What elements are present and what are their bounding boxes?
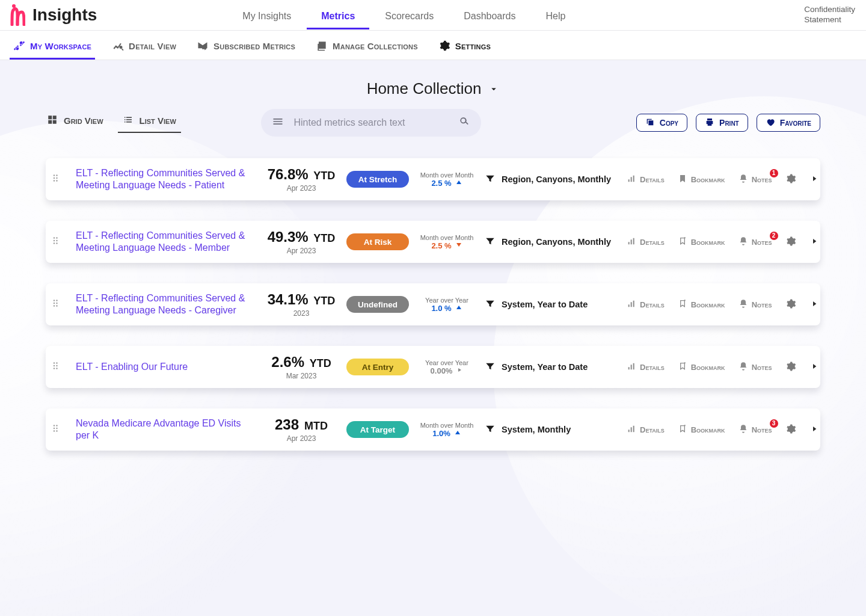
tab-detail-view[interactable]: Detail View bbox=[111, 32, 177, 58]
trend-direction-icon bbox=[456, 366, 463, 375]
notes-button[interactable]: Notes bbox=[739, 362, 772, 373]
nav-my-insights[interactable]: My Insights bbox=[241, 3, 292, 28]
row-actions: Details Bookmark Notes bbox=[627, 361, 819, 374]
collection-selector[interactable]: Home Collection bbox=[46, 79, 820, 98]
menu-icon[interactable] bbox=[272, 116, 284, 130]
status-badge: At Target bbox=[346, 421, 409, 438]
trend-label: Year over Year bbox=[425, 359, 468, 366]
details-label: Details bbox=[640, 363, 665, 372]
filter[interactable]: Region, Canyons, Monthly bbox=[485, 173, 627, 186]
svg-point-20 bbox=[56, 362, 57, 363]
bookmark-button[interactable]: Bookmark bbox=[678, 299, 725, 310]
metric-kpi: 2.6% YTD Mar 2023 bbox=[256, 354, 346, 380]
favorite-button[interactable]: Favorite bbox=[757, 114, 820, 132]
tab-subscribed-metrics[interactable]: Subscribed Metrics bbox=[195, 32, 296, 58]
row-settings-button[interactable] bbox=[785, 173, 796, 186]
bookmark-button[interactable]: Bookmark bbox=[678, 424, 725, 436]
tab-manage-collections[interactable]: Manage Collections bbox=[315, 32, 419, 58]
search-input[interactable] bbox=[292, 117, 450, 129]
details-button[interactable]: Details bbox=[627, 174, 665, 185]
actions: Copy Print Favorite bbox=[636, 114, 820, 132]
favorite-label: Favorite bbox=[780, 118, 811, 128]
bookmark-button[interactable]: Bookmark bbox=[678, 174, 725, 185]
drag-handle-icon[interactable] bbox=[51, 423, 76, 436]
heart-icon bbox=[766, 117, 775, 129]
collections-icon bbox=[316, 40, 328, 52]
svg-point-7 bbox=[54, 237, 55, 238]
tab-subscribed-label: Subscribed Metrics bbox=[213, 41, 295, 51]
bookmark-label: Bookmark bbox=[691, 425, 725, 434]
trend-value: 2.5 % bbox=[431, 241, 451, 250]
bookmark-button[interactable]: Bookmark bbox=[678, 362, 725, 373]
svg-point-2 bbox=[56, 174, 57, 176]
metric-suffix: MTD bbox=[301, 420, 328, 432]
metric-title-link[interactable]: ELT - Reflecting Communities Served & Me… bbox=[76, 230, 256, 254]
print-button[interactable]: Print bbox=[696, 114, 748, 132]
notes-button[interactable]: Notes 2 bbox=[739, 236, 772, 248]
trend-label: Month over Month bbox=[420, 171, 474, 179]
metric-date: 2023 bbox=[293, 309, 310, 318]
sub-nav: My Workspace Detail View Subscribed Metr… bbox=[0, 31, 866, 60]
details-label: Details bbox=[640, 175, 665, 184]
nav-help[interactable]: Help bbox=[545, 3, 567, 28]
nav-scorecards[interactable]: Scorecards bbox=[384, 3, 435, 28]
row-settings-button[interactable] bbox=[785, 424, 796, 436]
search[interactable] bbox=[261, 109, 481, 137]
expand-row-button[interactable] bbox=[809, 236, 819, 248]
expand-row-button[interactable] bbox=[809, 174, 819, 185]
row-settings-button[interactable] bbox=[785, 298, 796, 311]
list-icon bbox=[123, 114, 134, 127]
drag-handle-icon[interactable] bbox=[51, 298, 76, 311]
row-settings-button[interactable] bbox=[785, 236, 796, 248]
metric-title-link[interactable]: Nevada Medicare Advantage ED Visits per … bbox=[76, 417, 256, 442]
list-view-button[interactable]: List View bbox=[121, 114, 177, 132]
svg-point-12 bbox=[56, 242, 57, 244]
brand: Insights bbox=[8, 4, 97, 26]
notes-label: Notes bbox=[752, 300, 772, 309]
notes-label: Notes bbox=[752, 175, 772, 184]
copy-label: Copy bbox=[660, 118, 678, 128]
notes-count-badge: 3 bbox=[770, 419, 778, 428]
svg-point-17 bbox=[54, 305, 55, 306]
tools-icon bbox=[13, 40, 25, 52]
row-actions: Details Bookmark Notes 3 bbox=[627, 424, 819, 436]
notes-button[interactable]: Notes bbox=[739, 299, 772, 310]
metric-suffix: YTD bbox=[311, 295, 336, 307]
bookmark-button[interactable]: Bookmark bbox=[678, 236, 725, 248]
filter[interactable]: System, Year to Date bbox=[485, 361, 627, 374]
details-button[interactable]: Details bbox=[627, 299, 665, 310]
drag-handle-icon[interactable] bbox=[51, 173, 76, 186]
tab-my-workspace[interactable]: My Workspace bbox=[12, 32, 93, 58]
nav-metrics[interactable]: Metrics bbox=[320, 3, 356, 28]
expand-row-button[interactable] bbox=[809, 299, 819, 310]
details-button[interactable]: Details bbox=[627, 424, 665, 436]
trend-value: 0.00% bbox=[431, 366, 453, 375]
notes-button[interactable]: Notes 3 bbox=[739, 424, 772, 436]
svg-point-6 bbox=[56, 180, 57, 181]
details-button[interactable]: Details bbox=[627, 236, 665, 248]
filter[interactable]: System, Year to Date bbox=[485, 298, 627, 311]
expand-row-button[interactable] bbox=[809, 362, 819, 373]
trend-value-row: 2.5 % bbox=[431, 179, 462, 188]
expand-row-button[interactable] bbox=[809, 424, 819, 436]
row-settings-button[interactable] bbox=[785, 361, 796, 374]
copy-button[interactable]: Copy bbox=[636, 114, 687, 132]
notes-button[interactable]: Notes 1 bbox=[739, 174, 772, 185]
drag-handle-icon[interactable] bbox=[51, 235, 76, 248]
row-actions: Details Bookmark Notes 1 bbox=[627, 173, 819, 186]
metric-title-link[interactable]: ELT - Enabling Our Future bbox=[76, 361, 256, 373]
confidentiality-link[interactable]: Confidentiality Statement bbox=[804, 5, 855, 25]
filter[interactable]: System, Monthly bbox=[485, 424, 627, 436]
list-view-label: List View bbox=[140, 116, 176, 126]
svg-point-10 bbox=[56, 240, 57, 241]
nav-dashboards[interactable]: Dashboards bbox=[462, 3, 517, 28]
tab-settings[interactable]: Settings bbox=[437, 32, 492, 58]
search-icon[interactable] bbox=[458, 116, 470, 130]
metric-title-link[interactable]: ELT - Reflecting Communities Served & Me… bbox=[76, 292, 256, 316]
metric-title-link[interactable]: ELT - Reflecting Communities Served & Me… bbox=[76, 167, 256, 191]
drag-handle-icon[interactable] bbox=[51, 360, 76, 374]
filter[interactable]: Region, Canyons, Monthly bbox=[485, 236, 627, 248]
metric-row: ELT - Reflecting Communities Served & Me… bbox=[46, 221, 820, 263]
grid-view-button[interactable]: Grid View bbox=[46, 114, 105, 132]
details-button[interactable]: Details bbox=[627, 362, 665, 373]
